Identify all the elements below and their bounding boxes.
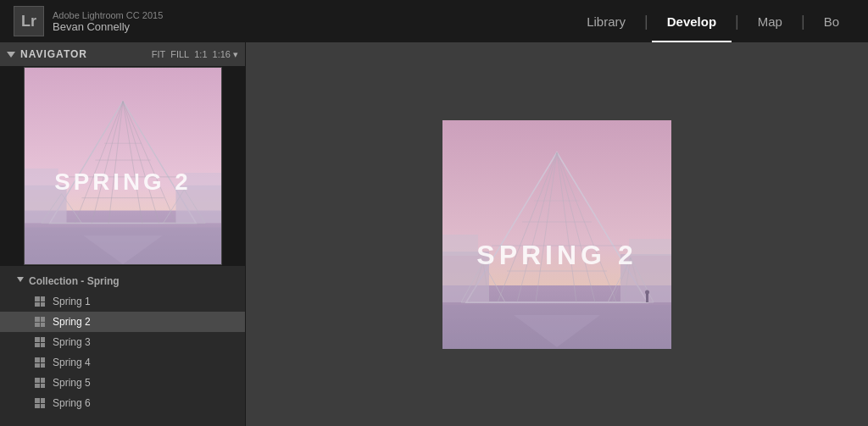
nav-sep-1: | <box>644 13 648 30</box>
nav-image-svg: SPRING 2 <box>25 68 221 264</box>
collection-group-name: Collection - Spring <box>29 275 120 287</box>
collection-icon-spring1 <box>34 296 46 307</box>
collection-label-spring1: Spring 1 <box>53 296 91 307</box>
collection-label-spring3: Spring 3 <box>53 336 91 348</box>
lr-logo-text: Lr <box>21 13 36 30</box>
nav-sep-3: | <box>801 13 805 30</box>
collection-group-expand-icon <box>17 277 24 285</box>
navigator-header: Navigator FIT FILL 1:1 1:16 ▾ <box>0 42 245 66</box>
collection-icon-spring6 <box>34 397 46 409</box>
svg-rect-48 <box>646 294 648 302</box>
collection-group-header[interactable]: Collection - Spring <box>0 271 245 291</box>
svg-rect-15 <box>25 168 58 189</box>
nav-1to1-button[interactable]: 1:1 <box>194 49 207 59</box>
app-info: Adobe Lightroom CC 2015 Bevan Connelly <box>53 10 163 33</box>
tab-library[interactable]: Library <box>571 0 641 42</box>
nav-fill-button[interactable]: FILL <box>170 49 189 59</box>
topbar-left: Lr Adobe Lightroom CC 2015 Bevan Connell… <box>14 6 163 36</box>
navigator-label: Navigator <box>20 48 87 60</box>
collection-label-spring4: Spring 4 <box>53 357 91 368</box>
collection-icon-spring3 <box>34 336 46 348</box>
collection-spring-group: Collection - Spring Spring 1 <box>0 269 245 415</box>
collection-item-spring1[interactable]: Spring 1 <box>0 291 245 312</box>
collection-icon-spring5 <box>34 377 46 389</box>
nav-tabs: Library | Develop | Map | Bo <box>571 0 854 42</box>
tab-map[interactable]: Map <box>743 0 798 42</box>
collection-item-spring4[interactable]: Spring 4 <box>0 352 245 373</box>
collection-item-spring2[interactable]: Spring 2 <box>0 312 245 332</box>
main-content: SPRING 2 <box>246 42 868 426</box>
collection-label-spring5: Spring 5 <box>53 377 91 389</box>
user-name: Bevan Connelly <box>53 20 163 33</box>
lr-logo: Lr <box>14 6 44 36</box>
navigator-panel: Navigator FIT FILL 1:1 1:16 ▾ <box>0 42 245 266</box>
collection-label-spring2: Spring 2 <box>53 316 91 328</box>
topbar: Lr Adobe Lightroom CC 2015 Bevan Connell… <box>0 0 868 42</box>
collection-item-spring5[interactable]: Spring 5 <box>0 373 245 393</box>
collection-icon-spring2 <box>34 316 46 328</box>
app-title: Adobe Lightroom CC 2015 <box>53 10 163 20</box>
grid-icon-spring6 <box>35 398 45 408</box>
svg-rect-37 <box>442 235 478 256</box>
nav-sep-2: | <box>735 13 739 30</box>
navigator-controls: FIT FILL 1:1 1:16 ▾ <box>152 49 238 60</box>
tab-develop[interactable]: Develop <box>652 0 732 42</box>
svg-text:SPRING 2: SPRING 2 <box>54 168 191 194</box>
grid-icon-spring3 <box>35 337 45 347</box>
svg-point-49 <box>645 290 649 294</box>
nav-zoom-button[interactable]: 1:16 ▾ <box>213 49 238 60</box>
navigator-title-row: Navigator <box>7 48 87 60</box>
collection-label-spring6: Spring 6 <box>53 397 91 409</box>
grid-icon-spring1 <box>35 296 45 307</box>
collections-panel[interactable]: Collection - Spring Spring 1 <box>0 266 245 426</box>
main-image-container: SPRING 2 <box>442 120 671 349</box>
grid-icon-spring4 <box>35 357 45 368</box>
grid-icon-spring2 <box>35 317 45 327</box>
main-layout: Navigator FIT FILL 1:1 1:16 ▾ <box>0 42 868 426</box>
collection-item-spring3[interactable]: Spring 3 <box>0 332 245 352</box>
navigator-image: SPRING 2 <box>24 67 222 265</box>
svg-text:SPRING 2: SPRING 2 <box>476 240 637 270</box>
grid-icon-spring5 <box>35 378 45 388</box>
navigator-preview: SPRING 2 <box>0 66 245 265</box>
collection-item-spring6[interactable]: Spring 6 <box>0 393 245 413</box>
navigator-collapse-icon[interactable] <box>7 52 15 58</box>
nav-fit-button[interactable]: FIT <box>152 49 166 59</box>
main-image-svg: SPRING 2 <box>442 120 671 349</box>
tab-book[interactable]: Bo <box>809 0 854 42</box>
left-panel: Navigator FIT FILL 1:1 1:16 ▾ <box>0 42 246 426</box>
collection-icon-spring4 <box>34 357 46 368</box>
